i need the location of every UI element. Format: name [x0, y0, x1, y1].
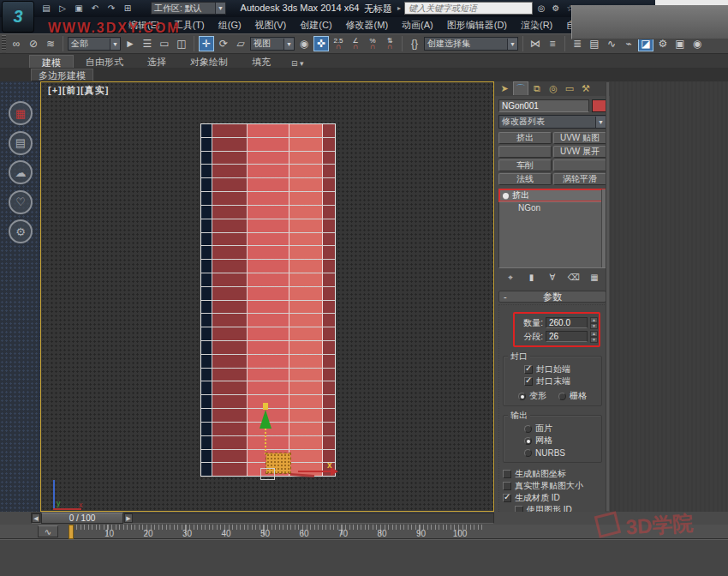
snap-toggle[interactable]: 2.5∩: [331, 36, 346, 51]
open-file-icon[interactable]: ▷: [56, 2, 69, 15]
menu-item[interactable]: 创建(C): [293, 17, 338, 33]
select-and-link[interactable]: ∞: [9, 36, 24, 51]
modifier-button-UVW 展开[interactable]: UVW 展开: [553, 146, 606, 158]
document-icon[interactable]: ▤: [9, 131, 33, 155]
search-icon[interactable]: ◎: [536, 3, 546, 14]
checkbox[interactable]: [503, 494, 511, 502]
make-unique-icon[interactable]: ∀: [546, 272, 559, 284]
mirror[interactable]: ⋈: [528, 36, 543, 51]
checkbox-row-封口始端[interactable]: 封口始端: [505, 363, 600, 375]
checkbox-row-生成材质 ID[interactable]: 生成材质 ID: [501, 492, 604, 504]
modifier-button-empty[interactable]: [498, 146, 552, 158]
modifier-button-车削[interactable]: 车削: [498, 159, 552, 171]
radio-栅格[interactable]: 栅格: [558, 390, 587, 402]
tab-utilities[interactable]: ⚒: [578, 81, 594, 95]
infocenter-search-input[interactable]: [404, 2, 533, 15]
named-selection-set-dropdown[interactable]: 创建选择集▼: [424, 37, 518, 51]
open-mini-curve-editor-button[interactable]: ∿: [38, 525, 58, 537]
menu-item[interactable]: 动画(A): [395, 17, 440, 33]
rectangular-selection-region[interactable]: ▭: [157, 36, 172, 51]
menu-item[interactable]: 视图(V): [248, 17, 294, 33]
modifier-button-挤出[interactable]: 挤出: [498, 132, 552, 144]
menu-item[interactable]: 修改器(M): [339, 17, 396, 33]
ribbon-tab-对象绘制[interactable]: 对象绘制: [178, 55, 240, 68]
remove-modifier-icon[interactable]: ⌫: [567, 272, 581, 284]
heart-icon[interactable]: ♡: [9, 190, 33, 214]
bind-to-space-warp[interactable]: ≋: [43, 36, 58, 51]
percent-snap-toggle[interactable]: %∩: [365, 36, 380, 51]
radio[interactable]: [558, 393, 566, 400]
checkbox[interactable]: [503, 482, 511, 490]
viewport-label[interactable]: [+][前][真实]: [48, 84, 109, 97]
project-folder-icon[interactable]: ⊞: [121, 2, 134, 15]
checkbox-row-生成贴图坐标[interactable]: 生成贴图坐标: [501, 468, 604, 480]
object-name-field[interactable]: NGon001: [498, 99, 589, 112]
search-history-arrow-icon[interactable]: ▸: [397, 4, 401, 12]
chevron-down-icon[interactable]: ▼: [595, 117, 606, 128]
collapse-icon[interactable]: -: [504, 291, 507, 302]
gear-icon[interactable]: ⚙: [9, 219, 33, 243]
checkbox[interactable]: [524, 365, 533, 374]
menu-item[interactable]: 图形编辑器(D): [440, 17, 514, 33]
reference-coordinate-dropdown[interactable]: 视图▼: [250, 37, 295, 51]
segments-field[interactable]: 26: [546, 331, 588, 342]
bulb-icon[interactable]: [503, 193, 509, 199]
menu-item[interactable]: 渲染(R): [514, 17, 559, 33]
spinner-snap-toggle[interactable]: ⇅∩: [382, 36, 397, 51]
toolbar-drag-handle[interactable]: [2, 35, 6, 52]
chevron-down-icon[interactable]: ▼: [507, 39, 517, 50]
undo-icon[interactable]: ↶: [88, 2, 102, 15]
radio-row-NURBS[interactable]: NURBS: [505, 447, 600, 459]
gizmo-plane-handle[interactable]: [260, 468, 275, 480]
parameters-rollout-header[interactable]: - 参数: [498, 291, 606, 303]
modifier-list-dropdown[interactable]: 修改器列表 ▼: [498, 115, 606, 129]
select-and-move[interactable]: ✛: [199, 36, 214, 51]
ribbon-tab-选择[interactable]: 选择: [135, 55, 178, 68]
ribbon-tab-自由形式[interactable]: 自由形式: [74, 55, 135, 68]
segments-spinner[interactable]: ▲▼: [590, 331, 598, 342]
ribbon-minimize-icon[interactable]: ⊟ ▾: [291, 59, 304, 68]
amount-spinner[interactable]: ▲▼: [590, 317, 598, 328]
time-slider-handle[interactable]: 0 / 100: [41, 513, 123, 524]
stack-item-挤出[interactable]: 挤出: [499, 189, 606, 201]
angle-snap-toggle[interactable]: ∠∩: [348, 36, 363, 51]
window-crossing-toggle[interactable]: ◫: [174, 36, 189, 51]
menu-item[interactable]: 组(G): [212, 17, 248, 33]
align[interactable]: ≡: [545, 36, 560, 51]
amount-field[interactable]: 260.0: [546, 317, 588, 328]
modifier-button-涡轮平滑[interactable]: 涡轮平滑: [553, 173, 606, 185]
previous-frame-arrow[interactable]: ◀: [32, 513, 40, 523]
front-viewport[interactable]: [+][前][真实] x x y: [40, 81, 494, 512]
chevron-down-icon[interactable]: ▼: [110, 39, 120, 50]
cloud-icon[interactable]: ☁: [9, 160, 33, 184]
chevron-down-icon[interactable]: ▼: [283, 39, 294, 50]
command-panel-scrollbar[interactable]: [606, 82, 609, 511]
tab-hierarchy[interactable]: ⧉: [529, 81, 545, 95]
next-frame-arrow[interactable]: ▶: [124, 513, 133, 523]
configure-modifier-sets-icon[interactable]: ▦: [588, 272, 601, 284]
keyboard-shortcut-override[interactable]: {}: [407, 36, 422, 51]
save-file-icon[interactable]: ▣: [72, 2, 86, 15]
tab-motion[interactable]: ◎: [546, 81, 561, 95]
selection-filter-dropdown[interactable]: 全部▼: [68, 37, 121, 51]
radio[interactable]: [524, 449, 532, 457]
select-object[interactable]: ►: [122, 36, 138, 51]
tab-display[interactable]: ▭: [562, 81, 577, 95]
ribbon-tab-建模[interactable]: 建模: [29, 55, 74, 68]
modeling-box-icon[interactable]: ▦: [9, 101, 33, 125]
checkbox[interactable]: [524, 377, 533, 386]
new-scene-icon[interactable]: ▤: [39, 2, 53, 15]
pin-stack-icon[interactable]: ⌖: [504, 272, 517, 284]
ribbon-tab-填充[interactable]: 填充: [240, 55, 283, 68]
radio[interactable]: [524, 437, 532, 445]
radio-变形[interactable]: 变形: [518, 390, 546, 402]
object-color-swatch[interactable]: [592, 99, 606, 112]
modifier-button-法线[interactable]: 法线: [498, 173, 552, 185]
radio[interactable]: [518, 393, 526, 400]
stack-item-NGon[interactable]: NGon: [499, 201, 606, 213]
redo-icon[interactable]: ↷: [104, 2, 118, 15]
track-bar-ruler[interactable]: 102030405060708090100: [69, 525, 483, 539]
modifier-button-empty[interactable]: [553, 159, 606, 171]
communication-center-icon[interactable]: ⚙: [551, 3, 561, 14]
use-pivot-point-center[interactable]: ◉: [296, 36, 312, 51]
